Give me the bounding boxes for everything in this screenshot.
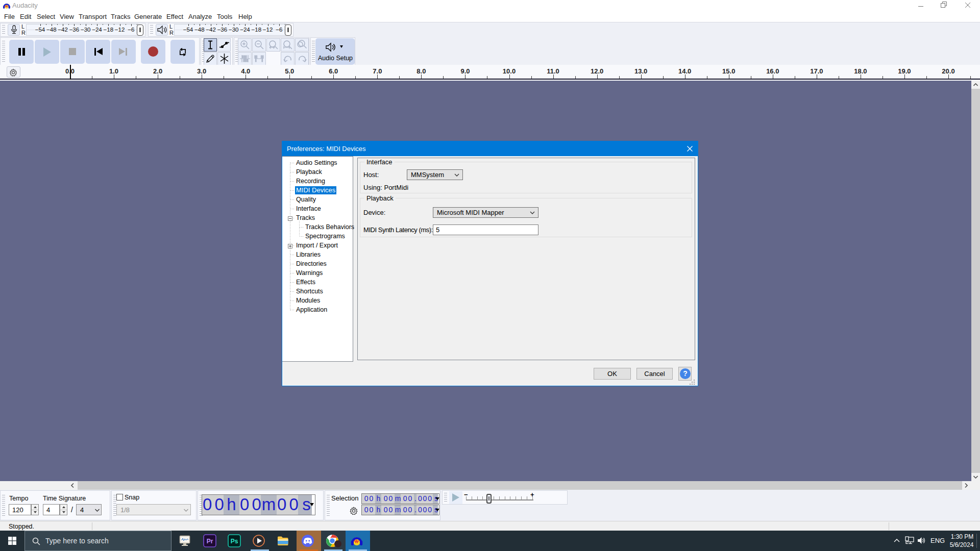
svg-text:Ps: Ps [231, 538, 238, 545]
svg-text:Pr: Pr [207, 538, 213, 545]
